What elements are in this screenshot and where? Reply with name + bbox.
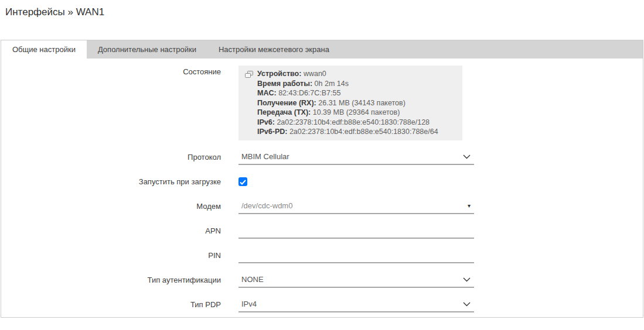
tab-label: Общие настройки: [12, 45, 76, 54]
protocol-selected-value: MBIM Cellular: [241, 152, 289, 161]
status-key: Получение (RX):: [257, 99, 316, 107]
tabbar: Общие настройки Дополнительные настройки…: [1, 40, 643, 59]
pdp-type-selected-value: IPv4: [241, 300, 257, 308]
auth-type-row: Тип аутентификации NONE: [1, 273, 643, 288]
status-value: 2a02:2378:10b4:edf:b88e:e540:1830:788e/6…: [289, 128, 438, 136]
protocol-label: Протокол: [1, 150, 238, 165]
status-value: 26.31 MB (34143 пакетов): [318, 99, 406, 107]
tab-label: Дополнительные настройки: [98, 45, 196, 54]
apn-label: APN: [1, 224, 238, 239]
status-line: Устройство: wwan0: [257, 69, 438, 79]
general-settings-form: Состояние Устройство: wwan0 Время работы…: [1, 59, 643, 317]
protocol-row: Протокол MBIM Cellular: [1, 150, 643, 165]
status-lines: Устройство: wwan0 Время работы: 0h 2m 14…: [257, 69, 438, 137]
triangle-down-icon: ▾: [468, 203, 471, 209]
pin-row: PIN: [1, 248, 643, 263]
checkmark-icon: [240, 177, 246, 187]
tab-label: Настройки межсетевого экрана: [219, 45, 329, 54]
auth-type-selected-value: NONE: [241, 275, 264, 284]
status-key: Время работы:: [257, 80, 312, 88]
status-box: Устройство: wwan0 Время работы: 0h 2m 14…: [238, 66, 462, 140]
modem-combobox[interactable]: /dev/cdc-wdm0 ▾: [238, 199, 474, 214]
status-key: Передача (TX):: [257, 108, 311, 116]
auth-type-select[interactable]: NONE: [238, 273, 474, 288]
status-value: 82:43:D6:7C:B7:55: [278, 89, 340, 97]
apn-input[interactable]: [238, 227, 474, 238]
pin-label: PIN: [1, 248, 238, 263]
auth-type-label: Тип аутентификации: [1, 273, 238, 288]
modem-label: Модем: [1, 199, 238, 214]
status-key: IPv6:: [257, 118, 275, 126]
status-line: Время работы: 0h 2m 14s: [257, 79, 438, 89]
status-value: 0h 2m 14s: [315, 80, 349, 88]
status-line: MAC: 82:43:D6:7C:B7:55: [257, 88, 438, 98]
status-line: Передача (TX): 10.39 MB (29364 пакетов): [257, 108, 438, 118]
settings-panel: Общие настройки Дополнительные настройки…: [1, 40, 643, 318]
bring-up-on-boot-checkbox[interactable]: [238, 177, 247, 186]
status-line: Получение (RX): 26.31 MB (34143 пакетов): [257, 98, 438, 108]
status-row: Состояние Устройство: wwan0 Время работы…: [1, 66, 643, 140]
pdp-type-label: Тип PDP: [1, 297, 238, 312]
protocol-select[interactable]: MBIM Cellular: [238, 150, 474, 165]
interface-icon: [244, 70, 254, 81]
chevron-down-icon: [463, 277, 471, 282]
status-value: wwan0: [304, 70, 326, 78]
status-key: IPv6-PD:: [257, 128, 287, 136]
modem-row: Модем /dev/cdc-wdm0 ▾: [1, 199, 643, 214]
chevron-down-icon: [463, 302, 471, 307]
status-value: 2a02:2378:10b4:edf:b88e:e540:1830:788e/1…: [277, 118, 430, 126]
modem-selected-value: /dev/cdc-wdm0: [241, 201, 292, 210]
status-line: IPv6: 2a02:2378:10b4:edf:b88e:e540:1830:…: [257, 118, 438, 128]
status-key: Устройство:: [257, 70, 301, 78]
apn-row: APN: [1, 224, 643, 239]
boot-row: Запустить при загрузке: [1, 174, 643, 190]
pdp-type-row: Тип PDP IPv4: [1, 297, 643, 312]
boot-label: Запустить при загрузке: [1, 174, 238, 190]
pdp-type-select[interactable]: IPv4: [238, 297, 474, 312]
status-value: 10.39 MB (29364 пакетов): [313, 108, 400, 116]
pin-input[interactable]: [238, 252, 474, 262]
status-key: MAC:: [257, 89, 277, 97]
tab-firewall-settings[interactable]: Настройки межсетевого экрана: [207, 40, 340, 59]
chevron-down-icon: [463, 154, 471, 159]
page-title: Интерфейсы » WAN1: [0, 0, 644, 40]
status-line: IPv6-PD: 2a02:2378:10b4:edf:b88e:e540:18…: [257, 127, 438, 137]
status-label: Состояние: [1, 66, 238, 140]
tab-general-settings[interactable]: Общие настройки: [1, 40, 87, 59]
tab-advanced-settings[interactable]: Дополнительные настройки: [87, 40, 207, 59]
